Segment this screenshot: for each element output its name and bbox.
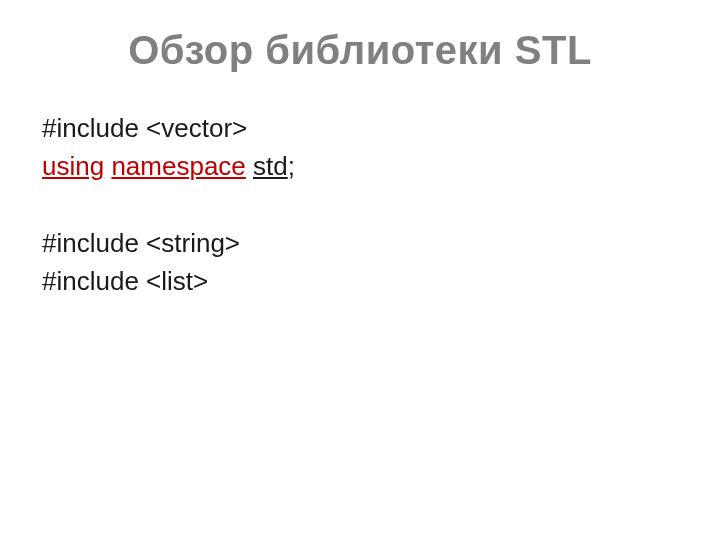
code-line-include-string: #include <string> — [42, 224, 678, 262]
code-block: #include <vector> using namespace std; #… — [42, 109, 678, 301]
slide-title: Обзор библиотеки STL — [42, 28, 678, 73]
identifier-std: std — [253, 151, 288, 181]
blank-line — [42, 186, 678, 224]
keyword-using: using — [42, 151, 104, 181]
code-line-include-list: #include <list> — [42, 262, 678, 300]
semicolon: ; — [288, 151, 295, 181]
space — [246, 151, 253, 181]
keyword-namespace: namespace — [111, 151, 245, 181]
code-line-using-namespace: using namespace std; — [42, 147, 678, 185]
code-line-include-vector: #include <vector> — [42, 109, 678, 147]
